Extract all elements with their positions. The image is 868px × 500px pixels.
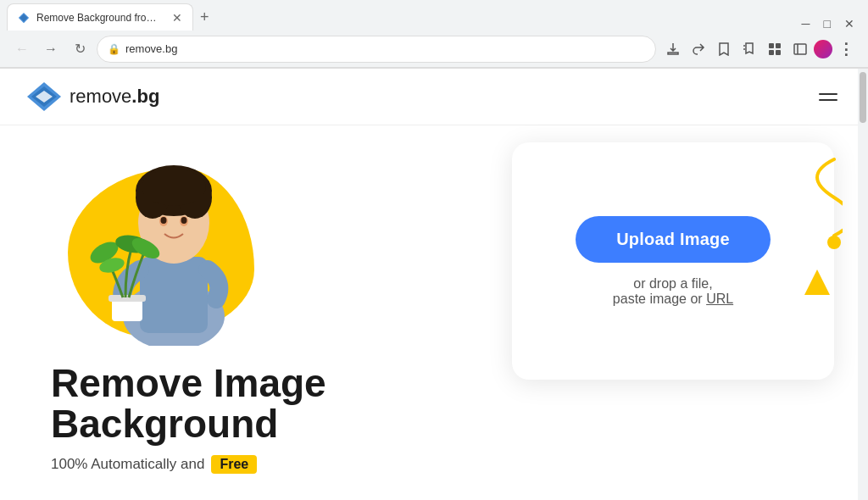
back-button[interactable]: ← <box>10 37 34 61</box>
svg-rect-12 <box>140 257 208 333</box>
browser-chrome: Remove Background from Im... ✕ + ─ □ ✕ ←… <box>0 0 868 69</box>
profile-avatar[interactable] <box>814 40 832 58</box>
svg-rect-3 <box>776 43 781 48</box>
site-content: remove.bg <box>0 69 868 500</box>
hero-image-area <box>51 142 322 346</box>
svg-rect-23 <box>108 295 146 302</box>
url-link[interactable]: URL <box>706 292 733 306</box>
close-button[interactable]: ✕ <box>844 17 854 31</box>
url-text: remove.bg <box>125 42 177 55</box>
bookmark-icon[interactable] <box>712 37 736 61</box>
site-logo[interactable]: remove.bg <box>27 82 159 111</box>
svg-point-21 <box>181 217 187 224</box>
svg-rect-2 <box>769 43 774 48</box>
tab-close-button[interactable]: ✕ <box>172 11 182 25</box>
browser-nav-icons: ⋮ <box>661 37 858 61</box>
scrollbar[interactable] <box>858 69 868 500</box>
upload-image-button[interactable]: Upload Image <box>576 216 771 263</box>
hero-text: Remove Image Background 100% Automatical… <box>51 363 478 474</box>
maximize-button[interactable]: □ <box>824 17 831 31</box>
refresh-button[interactable]: ↻ <box>68 37 92 61</box>
address-bar[interactable]: 🔒 remove.bg <box>97 36 656 63</box>
hero-left: Remove Image Background 100% Automatical… <box>51 142 478 474</box>
svg-point-17 <box>142 169 206 206</box>
person-illustration <box>76 147 271 346</box>
svg-rect-5 <box>776 50 781 55</box>
scrollbar-thumb[interactable] <box>860 72 866 123</box>
lock-icon: 🔒 <box>108 43 120 55</box>
share-icon[interactable] <box>687 37 710 61</box>
svg-rect-4 <box>769 50 774 55</box>
minimize-button[interactable]: ─ <box>802 17 810 31</box>
download-icon[interactable] <box>661 37 685 61</box>
hero-section: Remove Image Background 100% Automatical… <box>0 125 868 474</box>
active-tab[interactable]: Remove Background from Im... ✕ <box>7 3 193 31</box>
forward-button[interactable]: → <box>39 37 63 61</box>
free-badge: Free <box>211 455 257 474</box>
tab-title: Remove Background from Im... <box>36 12 162 24</box>
hero-subtitle: 100% Automatically and Free <box>51 455 478 474</box>
upload-card: Upload Image or drop a file, paste image… <box>512 142 834 380</box>
logo-text: remove.bg <box>70 86 159 108</box>
svg-point-28 <box>827 236 841 249</box>
svg-marker-29 <box>804 269 830 295</box>
logo-icon <box>27 82 61 111</box>
menu-dots-icon[interactable]: ⋮ <box>834 37 858 61</box>
hero-title: Remove Image Background <box>51 363 478 445</box>
sidebar-icon[interactable] <box>788 37 812 61</box>
drop-text: or drop a file, paste image or URL <box>613 276 733 307</box>
hamburger-menu[interactable] <box>815 90 841 104</box>
bookmarks-icon[interactable] <box>737 37 761 61</box>
extensions-icon[interactable] <box>763 37 787 61</box>
svg-rect-6 <box>794 44 806 54</box>
paste-text: paste image or URL <box>613 292 733 307</box>
squiggle-decoration <box>792 151 843 253</box>
hero-right: Upload Image or drop a file, paste image… <box>512 142 834 380</box>
new-tab-button[interactable]: + <box>193 3 216 31</box>
nav-bar: ← → ↻ 🔒 remove.bg <box>0 31 868 68</box>
tab-favicon <box>18 12 30 24</box>
svg-point-20 <box>161 217 167 224</box>
tab-bar: Remove Background from Im... ✕ + ─ □ ✕ <box>0 0 868 31</box>
triangle-decoration <box>804 269 830 295</box>
site-header: remove.bg <box>0 69 868 125</box>
